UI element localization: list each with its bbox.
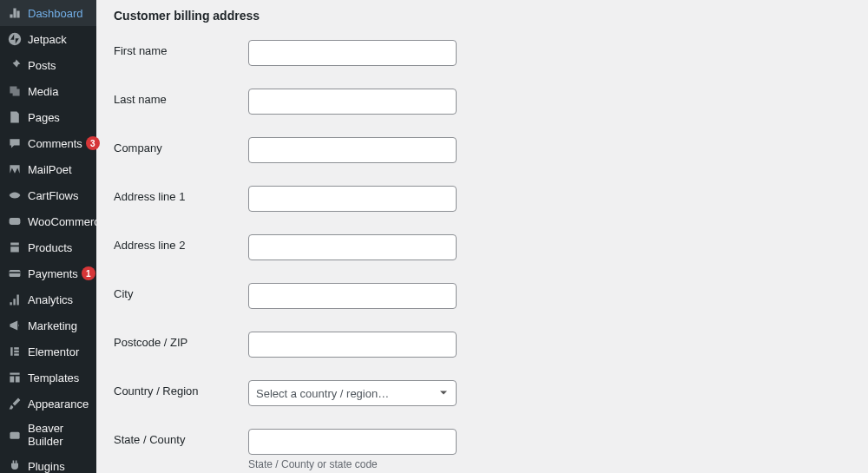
sidebar-item-mailpoet[interactable]: MailPoet [0,156,96,182]
sidebar-item-label: Comments [28,137,82,150]
sidebar-item-label: Marketing [28,319,77,332]
row-city: City [114,283,851,309]
input-company[interactable] [248,137,457,163]
section-title: Customer billing address [114,9,851,23]
input-first-name[interactable] [248,40,457,66]
select-country[interactable]: Select a country / region… [248,380,457,406]
plug-icon [7,458,23,473]
sidebar-item-label: Analytics [28,293,73,306]
sidebar-item-label: Pages [28,111,60,124]
sidebar-item-label: Elementor [28,345,79,358]
sidebar-item-products[interactable]: Products [0,234,96,260]
sidebar-item-label: Payments [28,267,78,280]
comments-icon [7,135,23,151]
input-address2[interactable] [248,234,457,260]
svg-rect-4 [10,347,12,356]
elementor-icon [7,344,23,359]
dashboard-icon [7,5,23,21]
products-icon [7,240,23,255]
label-company: Company [114,137,248,154]
payments-badge: 1 [82,266,95,280]
main-content: Customer billing address First name Last… [96,0,868,473]
sidebar-item-analytics[interactable]: Analytics [0,286,96,312]
analytics-icon [7,292,23,307]
sidebar-item-label: Products [28,241,72,254]
row-country: Country / Region Select a country / regi… [114,380,851,406]
page-icon [7,109,23,125]
sidebar-item-label: Posts [28,59,56,72]
desc-state: State / County or state code [248,458,457,470]
row-state: State / County State / County or state c… [114,429,851,470]
input-state[interactable] [248,429,457,455]
brush-icon [7,396,23,411]
row-address1: Address line 1 [114,186,851,212]
sidebar-item-beaver-builder[interactable]: Beaver Builder [0,417,96,453]
jetpack-icon [7,31,23,47]
sidebar-item-marketing[interactable]: Marketing [0,312,96,338]
sidebar-item-woocommerce[interactable]: WooCommerce [0,208,96,234]
svg-rect-6 [14,351,19,352]
sidebar-item-label: Plugins [28,460,65,473]
sidebar-item-templates[interactable]: Templates [0,365,96,391]
label-last-name: Last name [114,89,248,106]
megaphone-icon [7,318,23,333]
templates-icon [7,370,23,385]
sidebar-item-comments[interactable]: Comments 3 [0,130,96,156]
svg-rect-1 [10,218,21,225]
cartflows-icon [7,187,23,203]
sidebar-item-cartflows[interactable]: CartFlows [0,182,96,208]
sidebar-item-elementor[interactable]: Elementor [0,338,96,365]
svg-rect-3 [10,272,21,273]
svg-rect-7 [14,353,19,355]
sidebar-item-label: Dashboard [28,7,83,20]
pin-icon [7,57,23,73]
sidebar-item-label: MailPoet [28,163,72,176]
sidebar-item-label: Templates [28,371,79,384]
label-country: Country / Region [114,380,248,397]
admin-sidebar: Dashboard Jetpack Posts Media Pages Comm… [0,0,96,473]
sidebar-item-label: Beaver Builder [28,422,89,448]
label-first-name: First name [114,40,248,57]
mailpoet-icon [7,161,23,177]
sidebar-item-posts[interactable]: Posts [0,52,96,78]
sidebar-item-label: WooCommerce [28,215,106,228]
sidebar-item-label: Appearance [28,397,89,411]
input-postcode[interactable] [248,332,457,358]
sidebar-item-plugins[interactable]: Plugins [0,453,96,473]
sidebar-item-appearance[interactable]: Appearance [0,391,96,417]
input-last-name[interactable] [248,89,457,115]
sidebar-item-pages[interactable]: Pages [0,104,96,130]
media-icon [7,83,23,99]
input-city[interactable] [248,283,457,309]
comments-badge: 3 [86,136,100,150]
row-first-name: First name [114,40,851,66]
input-address1[interactable] [248,186,457,212]
sidebar-item-media[interactable]: Media [0,78,96,104]
beaver-icon [7,427,23,443]
payments-icon [7,266,23,281]
row-company: Company [114,137,851,163]
sidebar-item-label: Media [28,85,58,98]
row-postcode: Postcode / ZIP [114,332,851,358]
label-address1: Address line 1 [114,186,248,203]
svg-point-0 [9,33,21,45]
svg-rect-8 [10,432,19,439]
sidebar-item-label: Jetpack [28,33,67,46]
row-address2: Address line 2 [114,234,851,260]
label-city: City [114,283,248,300]
svg-rect-5 [14,347,19,349]
label-state: State / County [114,429,248,446]
label-postcode: Postcode / ZIP [114,332,248,349]
sidebar-item-payments[interactable]: Payments 1 [0,260,96,286]
row-last-name: Last name [114,89,851,115]
label-address2: Address line 2 [114,234,248,252]
sidebar-item-jetpack[interactable]: Jetpack [0,26,96,52]
sidebar-item-label: CartFlows [28,189,79,202]
sidebar-item-dashboard[interactable]: Dashboard [0,0,96,26]
woocommerce-icon [7,214,23,229]
